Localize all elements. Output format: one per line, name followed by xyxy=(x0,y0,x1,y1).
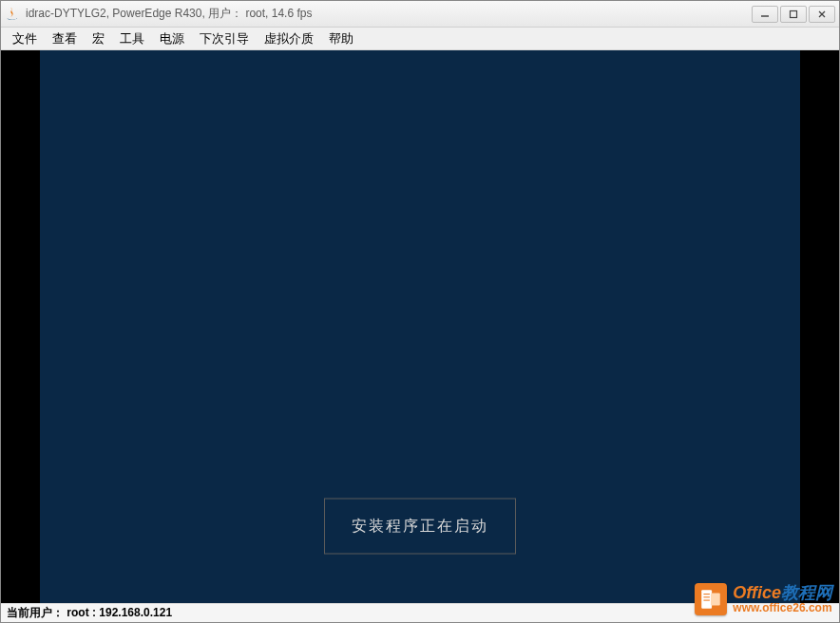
application-window: idrac-DYTYLG2, PowerEdge R430, 用户： root,… xyxy=(0,0,840,623)
menu-help[interactable]: 帮助 xyxy=(321,28,361,49)
setup-message-text: 安装程序正在启动 xyxy=(352,517,488,533)
menu-next-boot[interactable]: 下次引导 xyxy=(192,28,257,49)
svg-rect-1 xyxy=(791,10,797,17)
menubar: 文件 查看 宏 工具 电源 下次引导 虚拟介质 帮助 xyxy=(1,28,839,50)
menu-virtual-media[interactable]: 虚拟介质 xyxy=(257,28,321,49)
svg-rect-5 xyxy=(711,594,720,606)
watermark-icon xyxy=(695,583,727,615)
menu-power[interactable]: 电源 xyxy=(152,28,192,49)
current-user-status: 当前用户： root : 192.168.0.121 xyxy=(7,605,172,621)
watermark-url: www.office26.com xyxy=(733,602,832,614)
menu-view[interactable]: 查看 xyxy=(45,28,85,49)
setup-message-box: 安装程序正在启动 xyxy=(324,498,516,554)
content-area: 安装程序正在启动 xyxy=(1,50,839,603)
menu-macro[interactable]: 宏 xyxy=(85,28,112,49)
minimize-button[interactable] xyxy=(752,6,778,23)
close-button[interactable] xyxy=(809,6,835,23)
java-app-icon xyxy=(5,7,20,22)
watermark-text: Office教程网 www.office26.com xyxy=(733,584,832,615)
watermark: Office教程网 www.office26.com xyxy=(695,583,832,615)
window-title: idrac-DYTYLG2, PowerEdge R430, 用户： root,… xyxy=(26,6,752,22)
remote-console-screen[interactable]: 安装程序正在启动 xyxy=(40,50,800,603)
menu-file[interactable]: 文件 xyxy=(5,28,45,49)
svg-rect-4 xyxy=(702,590,713,609)
titlebar[interactable]: idrac-DYTYLG2, PowerEdge R430, 用户： root,… xyxy=(1,1,839,28)
watermark-brand: Office教程网 xyxy=(733,584,832,603)
window-controls xyxy=(752,6,835,23)
maximize-button[interactable] xyxy=(780,6,807,23)
menu-tools[interactable]: 工具 xyxy=(112,28,152,49)
